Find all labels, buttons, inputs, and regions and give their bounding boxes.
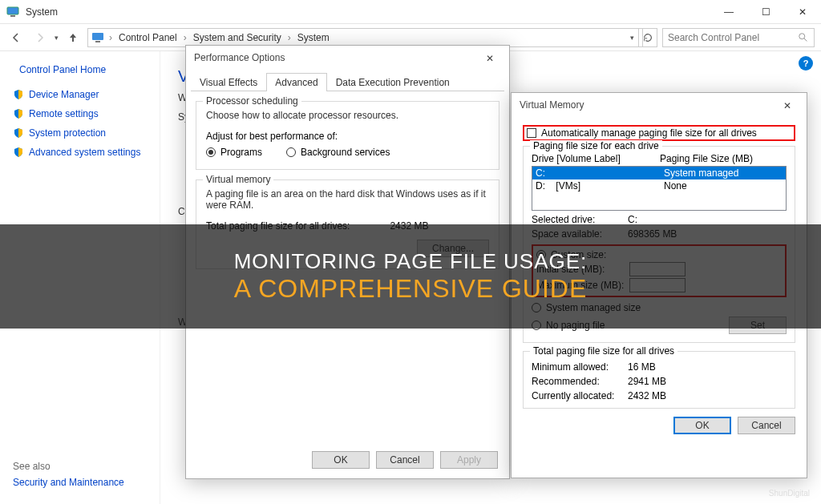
see-also-label: See also (13, 461, 124, 472)
drive-row[interactable]: C: System managed (532, 167, 786, 179)
crumb-control-panel[interactable]: Control Panel (117, 32, 179, 43)
dialog-title: Virtual Memory (520, 99, 584, 111)
system-icon (6, 6, 19, 18)
sidebar-advanced-system-settings[interactable]: Advanced system settings (13, 143, 153, 162)
forward-button[interactable] (30, 28, 50, 47)
search-input[interactable] (668, 32, 798, 43)
address-bar[interactable]: › Control Panel › System and Security › … (87, 28, 643, 47)
shield-icon (13, 108, 24, 119)
group-legend: Virtual memory (203, 174, 273, 185)
checkbox-label: Automatically manage paging file size fo… (541, 127, 757, 139)
auto-manage-checkbox[interactable]: Automatically manage paging file size fo… (523, 125, 795, 141)
svg-rect-2 (92, 33, 103, 40)
radio-programs[interactable]: Programs (206, 147, 262, 158)
overlay-line2: A COMPREHENSIVE GUIDE (234, 274, 588, 304)
apply-button[interactable]: Apply (440, 451, 498, 469)
see-also-security-maintenance[interactable]: Security and Maintenance (13, 477, 124, 488)
group-legend: Total paging file size for all drives (530, 345, 677, 357)
group-desc: Choose how to allocate processor resourc… (206, 110, 489, 121)
address-dropdown[interactable]: ▾ (630, 34, 634, 42)
shield-icon (13, 127, 24, 139)
overlay-banner: MONITORING PAGE FILE USAGE: A COMPREHENS… (0, 224, 821, 329)
system-icon (91, 31, 104, 44)
selected-drive-value: C: (628, 214, 724, 225)
maximize-button[interactable]: ☐ (747, 0, 784, 24)
back-button[interactable] (6, 28, 26, 47)
header-pfsize: Paging File Size (MB) (660, 153, 753, 164)
svg-rect-3 (95, 41, 100, 42)
chevron-right-icon[interactable]: › (107, 32, 114, 43)
selected-drive-label: Selected drive: (532, 214, 628, 225)
dialog-close-button[interactable]: ✕ (774, 98, 800, 114)
cancel-button[interactable]: Cancel (738, 417, 795, 434)
up-button[interactable] (63, 28, 83, 47)
watermark: ShunDigital (769, 489, 810, 498)
sidebar-item-label: Remote settings (29, 108, 99, 119)
dialog-title: Performance Options (194, 52, 285, 63)
window-title: System (26, 6, 710, 18)
group-legend: Processor scheduling (203, 95, 301, 107)
processor-scheduling-group: Processor scheduling Choose how to alloc… (196, 101, 499, 170)
sidebar-device-manager[interactable]: Device Manager (13, 85, 153, 104)
header-drive: Drive [Volume Label] (532, 153, 660, 164)
chevron-right-icon[interactable]: › (182, 32, 188, 43)
overlay-line1: MONITORING PAGE FILE USAGE: (234, 249, 588, 274)
shield-icon (13, 89, 24, 100)
dialog-titlebar[interactable]: Performance Options ✕ (186, 46, 509, 70)
sidebar-system-protection[interactable]: System protection (13, 123, 153, 143)
minimize-button[interactable]: — (710, 0, 747, 24)
drive-list-header: Drive [Volume Label] Paging File Size (M… (532, 153, 787, 164)
svg-point-4 (799, 33, 805, 38)
tab-advanced[interactable]: Advanced (266, 73, 326, 91)
svg-rect-1 (10, 15, 15, 17)
ok-button[interactable]: OK (673, 417, 731, 434)
dialog-titlebar[interactable]: Virtual Memory ✕ (512, 93, 807, 117)
refresh-button[interactable] (638, 28, 657, 47)
crumb-system-security[interactable]: System and Security (192, 32, 283, 43)
svg-rect-0 (7, 7, 18, 14)
sidebar-item-label: Advanced system settings (29, 147, 140, 158)
control-panel-home-link[interactable]: Control Panel Home (13, 62, 153, 85)
search-icon[interactable] (798, 32, 809, 43)
ok-button[interactable]: OK (312, 451, 370, 469)
dialog-close-button[interactable]: ✕ (477, 50, 503, 67)
tab-dep[interactable]: Data Execution Prevention (327, 73, 459, 91)
drive-list[interactable]: C: System managed D: [VMs]None (532, 166, 787, 211)
help-icon[interactable]: ? (799, 56, 813, 71)
tab-visual-effects[interactable]: Visual Effects (191, 73, 266, 91)
checkbox-icon (527, 128, 536, 138)
group-desc: A paging file is an area on the hard dis… (206, 188, 489, 211)
crumb-system[interactable]: System (296, 32, 331, 43)
group-legend: Paging file size for each drive (530, 140, 662, 151)
close-button[interactable]: ✕ (784, 0, 821, 24)
sidebar-remote-settings[interactable]: Remote settings (13, 104, 153, 123)
chevron-right-icon[interactable]: › (286, 32, 293, 43)
svg-line-5 (804, 38, 807, 41)
drive-row[interactable]: D: [VMs]None (532, 179, 786, 192)
shield-icon (13, 147, 24, 158)
perf-tabs: Visual Effects Advanced Data Execution P… (191, 73, 504, 91)
search-box[interactable] (662, 28, 815, 47)
sidebar-item-label: System protection (29, 127, 106, 139)
recent-dropdown[interactable]: ▾ (55, 34, 59, 42)
adjust-label: Adjust for best performance of: (206, 131, 489, 142)
sidebar-item-label: Device Manager (29, 89, 99, 100)
titlebar: System — ☐ ✕ (0, 0, 821, 24)
total-paging-group: Total paging file size for all drives Mi… (523, 351, 795, 409)
cancel-button[interactable]: Cancel (376, 451, 434, 469)
radio-background-services[interactable]: Background services (286, 147, 390, 158)
